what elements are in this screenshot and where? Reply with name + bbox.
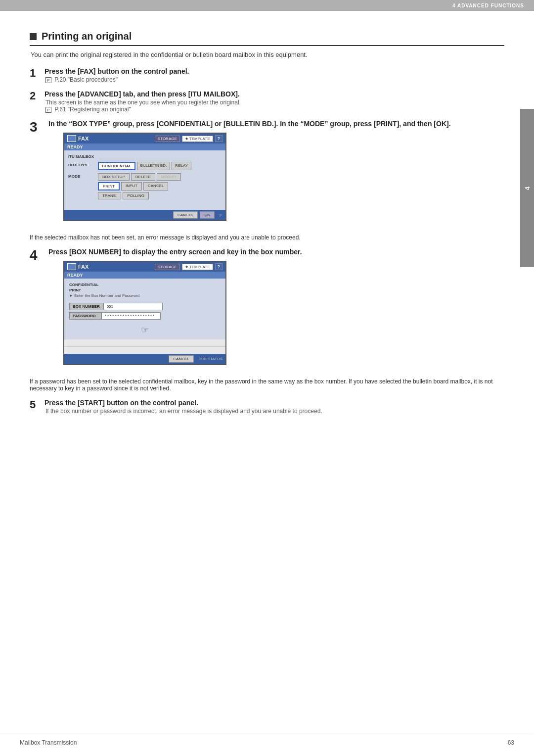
bulletin-bd-btn[interactable]: BULLETIN BD. [137,162,171,170]
side-tab: 4 [520,109,534,267]
mode-label: MODE [68,173,98,179]
conf-label: CONFIDENTIAL [69,283,221,287]
box-number-field[interactable]: 001 [103,303,163,310]
footer-right: 63 [508,739,514,746]
help-btn-1[interactable]: ? [215,135,223,142]
box-number-label: BOX NUMBER [69,303,103,310]
screen-2-divider [64,346,225,347]
input-btn[interactable]: INPUT [121,182,142,190]
confidential-btn[interactable]: CONFIDENTIAL [98,162,135,170]
cancel-footer-btn-1[interactable]: CANCEL [173,211,198,219]
fax-screen-2-header: FAX STORAGE ★ TEMPLATE ? [64,262,225,272]
conf-print-label: PRINT [69,288,221,292]
box-type-label: BOX TYPE [68,162,98,167]
modify-btn[interactable]: MODIFY [157,173,181,181]
mode-row: MODE BOX SETUP DELETE MODIFY PRINT INPUT… [68,173,222,199]
fax-screen-2-body: CONFIDENTIAL PRINT ► Enter the Box Numbe… [64,279,225,339]
step-2-title: Press the [ADVANCED] tab, and then press… [44,90,504,98]
storage-btn-2[interactable]: STORAGE [155,264,180,270]
step-5-sub: If the box number or password is incorre… [45,408,504,415]
delete-btn[interactable]: DELETE [131,173,155,181]
step-1-number: 1 [30,67,44,79]
step-4-number: 4 [30,248,48,263]
step-4: 4 Press [BOX NUMBER] to display the entr… [30,248,504,370]
step-5-content: Press the [START] button on the control … [44,399,504,415]
template-btn-2[interactable]: ★ TEMPLATE [182,264,213,270]
polling-btn[interactable]: POLLING [123,192,149,199]
step-2-content: Press the [ADVANCED] tab, and then press… [44,90,504,113]
page-footer: Mailbox Transmission 63 [0,735,534,746]
cancel-footer-btn-2[interactable]: CANCEL [169,355,193,363]
step-3-content: In the “BOX TYPE” group, press [CONFIDEN… [48,120,504,226]
mode-row-1: BOX SETUP DELETE MODIFY [98,173,181,181]
step-1-ref: P.20 "Basic procedures" [54,76,118,83]
box-number-row: BOX NUMBER 001 [69,303,221,310]
section-title: Printing an original [30,31,504,46]
enter-text: ► Enter the Box Number and Password [69,293,221,298]
step-1-sub: P P.20 "Basic procedures" [45,76,504,83]
step-2-sub1: This screen is the same as the one you s… [45,99,504,106]
mode-buttons: BOX SETUP DELETE MODIFY PRINT INPUT CANC… [98,173,181,199]
step-1-content: Press the [FAX] button on the control pa… [44,67,504,83]
step-3-number: 3 [30,120,48,135]
fax-screen-1-footer: CANCEL OK ☞ [64,210,225,220]
page-title: Printing an original [42,31,132,42]
title-bullet [30,33,37,40]
fax-ready-2: READY [64,272,225,279]
cancel-mode-btn[interactable]: CANCEL [143,182,168,190]
header-section-label: 4 ADVANCED FUNCTIONS [452,3,524,8]
mode-row-2: PRINT INPUT CANCEL [98,182,181,190]
fax-screen-2: FAX STORAGE ★ TEMPLATE ? READY CONFIDENT… [63,261,226,365]
fax-screen-1: FAX STORAGE ★ TEMPLATE ? READY [63,133,226,221]
step-2-number: 2 [30,90,44,102]
print-btn[interactable]: PRINT [98,182,120,190]
storage-btn-1[interactable]: STORAGE [155,136,180,142]
itu-mailbox-row: ITU MAILBOX [68,153,222,159]
fax-title-1: FAX [67,135,89,142]
intro-text: You can print the original registered in… [31,51,504,58]
note-2: If a password has been set to the select… [30,378,504,392]
fax-screen-2-footer: CANCEL JOB STATUS [64,354,225,364]
template-btn-1[interactable]: ★ TEMPLATE [182,136,213,142]
password-field[interactable]: ******************** [101,312,161,320]
password-row: PASSWORD ******************** [69,312,221,320]
box-type-row: BOX TYPE CONFIDENTIAL BULLETIN BD. RELAY [68,162,222,170]
step-3: 3 In the “BOX TYPE” group, press [CONFID… [30,120,504,226]
step-5-number: 5 [30,399,44,411]
ok-footer-btn-1[interactable]: OK [200,211,215,219]
fax-header-right-1: STORAGE ★ TEMPLATE ? [155,135,222,142]
step-4-content: Press [BOX NUMBER] to display the entry … [48,248,504,370]
step-5-title: Press the [START] button on the control … [44,399,504,407]
password-label: PASSWORD [69,312,101,320]
note-1: If the selected mailbox has not been set… [30,234,504,241]
step-1-title: Press the [FAX] button on the control pa… [44,67,504,75]
box-setup-btn[interactable]: BOX SETUP [98,173,130,181]
trans-btn[interactable]: TRANS. [98,192,121,199]
fax-icon-1 [67,135,76,142]
fax-icon-2 [67,263,76,270]
fax-screen-1-header: FAX STORAGE ★ TEMPLATE ? [64,134,225,143]
step-4-title: Press [BOX NUMBER] to display the entry … [48,248,504,256]
step-1: 1 Press the [FAX] button on the control … [30,67,504,83]
footer-left: Mailbox Transmission [20,739,77,746]
cursor-area-1: ☞ [219,213,222,218]
side-tab-label: 4 [524,186,531,190]
help-btn-2[interactable]: ? [215,263,223,270]
top-bar: 4 ADVANCED FUNCTIONS [0,0,534,11]
ref-icon-1: P [45,77,51,83]
job-status-btn[interactable]: JOB STATUS [199,357,222,361]
step-2: 2 Press the [ADVANCED] tab, and then pre… [30,90,504,113]
fax-ready-1: READY [64,143,225,150]
itu-mailbox-label: ITU MAILBOX [68,153,98,159]
fax-header-right-2: STORAGE ★ TEMPLATE ? [155,263,222,270]
step-2-sub2: P P.61 "Registering an original" [45,106,504,113]
main-content: Printing an original You can print the o… [0,11,534,441]
cursor-area-2: ☞ [69,325,221,335]
step-3-title: In the “BOX TYPE” group, press [CONFIDEN… [48,120,504,128]
fax-screen-1-body: ITU MAILBOX BOX TYPE CONFIDENTIAL BULLET… [64,150,225,210]
relay-btn[interactable]: RELAY [172,162,191,170]
step-5: 5 Press the [START] button on the contro… [30,399,504,415]
box-type-buttons: CONFIDENTIAL BULLETIN BD. RELAY [98,162,191,170]
fax-title-2: FAX [67,263,89,270]
ref-icon-2: P [45,107,51,113]
